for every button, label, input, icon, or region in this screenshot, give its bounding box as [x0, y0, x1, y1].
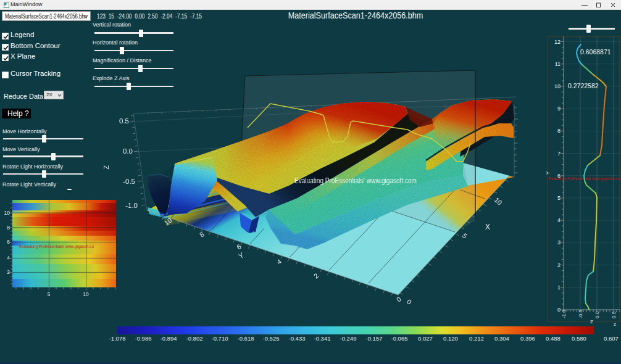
svg-text:-1.0: -1.0 [561, 310, 567, 318]
svg-text:4: 4 [7, 255, 10, 261]
svg-text:6: 6 [7, 239, 10, 245]
svg-text:7: 7 [557, 151, 561, 157]
svg-text:10: 10 [4, 210, 10, 216]
svg-text:10: 10 [493, 196, 504, 207]
svg-text:5: 5 [461, 232, 469, 240]
svg-text:Z: Z [102, 165, 110, 169]
svg-text:0.0: 0.0 [594, 311, 600, 318]
svg-text:0: 0 [406, 298, 414, 306]
svg-text:0: 0 [557, 307, 561, 313]
svg-text:-0.5: -0.5 [578, 310, 583, 318]
svg-text:10: 10 [83, 291, 89, 297]
svg-text:2: 2 [312, 271, 320, 279]
svg-text:Y: Y [545, 171, 551, 175]
svg-text:Z: Z [590, 319, 593, 325]
svg-text:-1.0: -1.0 [125, 202, 138, 209]
svg-text:0.2722582: 0.2722582 [568, 82, 599, 89]
svg-text:3: 3 [557, 239, 561, 246]
svg-text:8: 8 [198, 230, 206, 238]
svg-text:Evaluating ProEssentials! www.: Evaluating ProEssentials! www.gigasoft.c… [294, 176, 417, 185]
svg-text:11: 11 [555, 61, 561, 67]
svg-text:Y: Y [237, 251, 246, 260]
svg-text:X: X [485, 223, 490, 231]
svg-text:0.0: 0.0 [123, 147, 133, 155]
svg-text:4: 4 [557, 217, 561, 223]
svg-text:10: 10 [554, 83, 561, 89]
svg-text:5: 5 [557, 195, 561, 201]
svg-text:4: 4 [275, 257, 283, 265]
svg-text:1: 1 [557, 284, 561, 291]
svg-text:0.5: 0.5 [611, 311, 617, 318]
svg-text:9: 9 [557, 105, 561, 112]
svg-text:0: 0 [395, 295, 402, 303]
svg-text:-0.5: -0.5 [123, 178, 135, 185]
svg-text:8: 8 [557, 128, 561, 134]
svg-text:0.5: 0.5 [119, 117, 129, 125]
svg-text:8: 8 [7, 225, 10, 231]
svg-text:2: 2 [7, 269, 10, 275]
svg-text:12: 12 [554, 39, 561, 45]
svg-text:5: 5 [48, 291, 51, 297]
svg-text:Evaluating ProEssentials! www.: Evaluating ProEssentials! www.gigasoft.c… [19, 244, 94, 249]
svg-text:0.6068871: 0.6068871 [580, 48, 611, 56]
svg-text:2: 2 [557, 262, 561, 268]
